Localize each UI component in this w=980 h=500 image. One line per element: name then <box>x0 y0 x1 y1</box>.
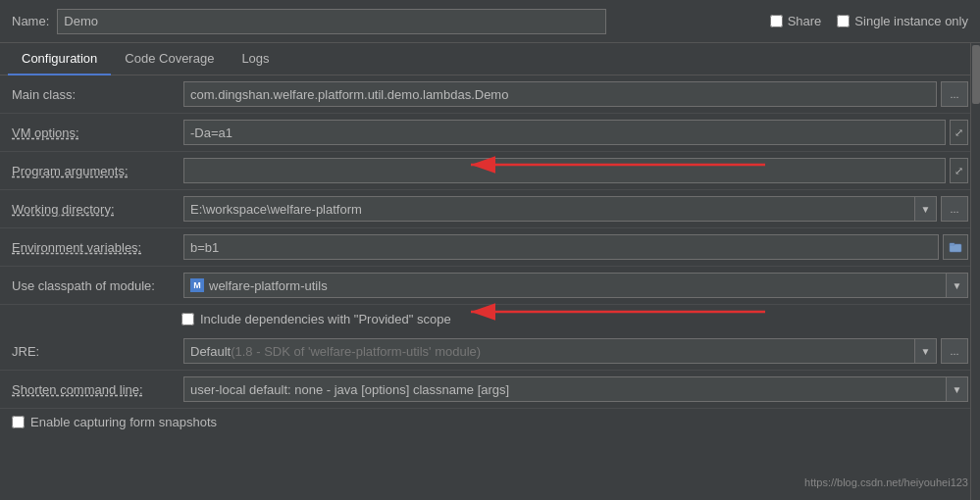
working-directory-label: Working directory: <box>12 202 183 217</box>
svg-rect-1 <box>950 243 954 245</box>
use-classpath-module-name: welfare-platform-utils <box>209 278 328 293</box>
vm-options-row: VM options: ⤢ <box>0 114 980 152</box>
working-directory-input[interactable] <box>183 196 915 222</box>
watermark-text: https://blog.csdn.net/heiyouhei123 <box>804 476 968 488</box>
single-instance-checkbox-item: Single instance only <box>837 14 968 28</box>
working-directory-row: Working directory: ▼ ... <box>0 190 980 228</box>
shorten-command-line-label: Shorten command line: <box>12 382 183 397</box>
main-class-browse-button[interactable]: ... <box>941 81 968 107</box>
watermark: https://blog.csdn.net/heiyouhei123 <box>804 476 968 488</box>
footer-row: Enable capturing form snapshots <box>0 408 980 435</box>
main-class-row: Main class: ... <box>0 75 980 114</box>
scrollbar-thumb[interactable] <box>972 45 980 104</box>
tab-configuration[interactable]: Configuration <box>8 43 111 75</box>
shorten-command-line-row: Shorten command line: user-local default… <box>0 371 980 408</box>
enable-capturing-checkbox[interactable] <box>12 416 25 428</box>
vm-options-input[interactable] <box>183 120 946 145</box>
name-input[interactable] <box>57 9 606 34</box>
use-classpath-wrapper: M welfare-platform-utils ▼ <box>183 273 968 298</box>
program-arguments-input[interactable] <box>183 158 946 183</box>
use-classpath-value: M welfare-platform-utils <box>183 273 947 298</box>
environment-variables-folder-button[interactable] <box>943 234 968 260</box>
tab-code-coverage[interactable]: Code Coverage <box>111 43 228 75</box>
header-checkboxes: Share Single instance only <box>770 14 968 28</box>
shorten-command-line-wrapper: user-local default: none - java [options… <box>183 376 968 402</box>
share-checkbox[interactable] <box>770 15 783 27</box>
environment-variables-input[interactable] <box>183 234 939 260</box>
program-arguments-expand-button[interactable]: ⤢ <box>950 158 968 183</box>
environment-variables-label: Environment variables: <box>12 240 183 255</box>
vm-options-label: VM options: <box>12 125 183 140</box>
shorten-command-line-dropdown-arrow[interactable]: ▼ <box>947 376 968 402</box>
program-arguments-row: Program arguments: ⤢ <box>0 152 980 190</box>
use-classpath-dropdown-arrow[interactable]: ▼ <box>947 273 968 298</box>
tabs-row: Configuration Code Coverage Logs <box>0 43 980 75</box>
content-area: Main class: ... VM options: ⤢ Program ar… <box>0 75 980 408</box>
header-row: Name: Share Single instance only <box>0 0 980 43</box>
single-instance-checkbox[interactable] <box>837 15 850 27</box>
jre-detail-text: (1.8 - SDK of 'welfare-platform-utils' m… <box>231 344 481 359</box>
working-directory-browse-button[interactable]: ... <box>941 196 968 222</box>
single-instance-label: Single instance only <box>854 14 968 28</box>
jre-value-container: Default (1.8 - SDK of 'welfare-platform-… <box>183 338 915 364</box>
include-dependencies-label[interactable]: Include dependencies with "Provided" sco… <box>181 312 451 326</box>
include-dependencies-row: Include dependencies with "Provided" sco… <box>0 305 980 332</box>
include-dependencies-text: Include dependencies with "Provided" sco… <box>200 312 451 326</box>
jre-dropdown-arrow[interactable]: ▼ <box>915 338 937 364</box>
shorten-command-line-text: user-local default: none - java [options… <box>190 382 509 397</box>
jre-wrapper: Default (1.8 - SDK of 'welfare-platform-… <box>183 338 937 364</box>
jre-row: JRE: Default (1.8 - SDK of 'welfare-plat… <box>0 332 980 371</box>
environment-variables-row: Environment variables: <box>0 228 980 267</box>
share-checkbox-item: Share <box>770 14 822 28</box>
use-classpath-row: Use classpath of module: M welfare-platf… <box>0 267 980 305</box>
include-dependencies-checkbox[interactable] <box>181 313 194 325</box>
enable-capturing-text: Enable capturing form snapshots <box>30 415 217 429</box>
module-icon: M <box>190 278 204 292</box>
working-directory-dropdown-arrow[interactable]: ▼ <box>915 196 937 222</box>
tab-logs[interactable]: Logs <box>228 43 283 75</box>
jre-browse-button[interactable]: ... <box>941 338 968 364</box>
share-label: Share <box>788 14 822 28</box>
working-directory-wrapper: ▼ <box>183 196 937 222</box>
jre-label: JRE: <box>12 344 183 359</box>
shorten-command-line-value: user-local default: none - java [options… <box>183 376 947 402</box>
jre-default-text: Default <box>190 344 231 359</box>
enable-capturing-label[interactable]: Enable capturing form snapshots <box>12 415 217 429</box>
main-class-label: Main class: <box>12 87 183 102</box>
use-classpath-label: Use classpath of module: <box>12 278 183 293</box>
program-arguments-label: Program arguments: <box>12 164 183 178</box>
name-label: Name: <box>12 14 49 28</box>
main-class-input[interactable] <box>183 81 937 107</box>
vm-options-expand-button[interactable]: ⤢ <box>950 120 968 145</box>
scrollbar[interactable] <box>970 43 980 500</box>
